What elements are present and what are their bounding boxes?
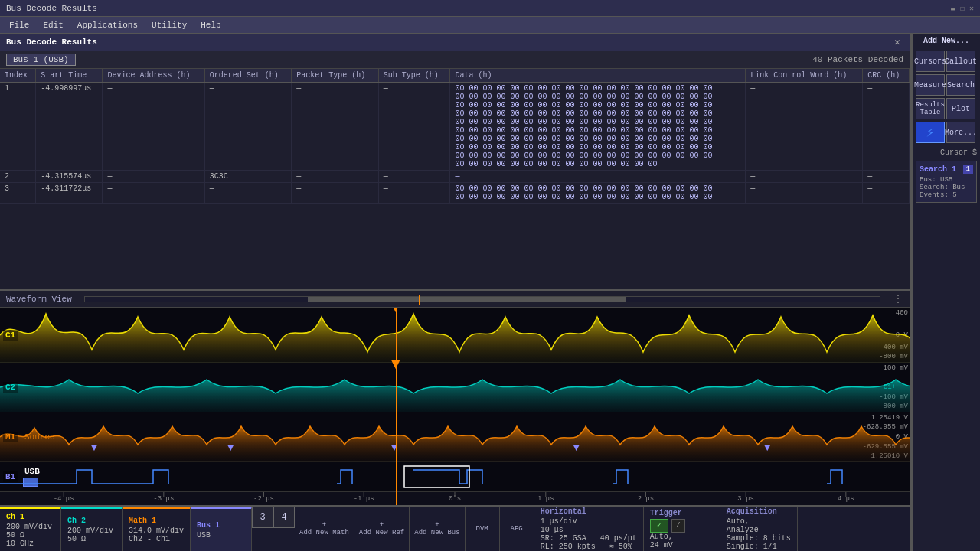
- ch2-impedance: 50 Ω: [67, 535, 116, 543]
- m1-marker2: ▼: [227, 442, 234, 454]
- trigger-section: Trigger ✓ / Auto, 24 mV: [644, 507, 720, 551]
- math1-bottom-label: Math 1: [129, 517, 184, 525]
- menu-file[interactable]: File: [3, 19, 35, 31]
- acq-type: Analyze: [727, 526, 791, 534]
- table-row: 3 -4.311722μs — — — — 00 00 00 00 00 00 …: [0, 183, 910, 204]
- menu-applications[interactable]: Applications: [71, 19, 144, 31]
- expand-icon[interactable]: ⋮: [893, 292, 903, 305]
- bus1-bottom-label: Bus 1: [197, 521, 245, 530]
- cursors-button[interactable]: Cursors: [916, 51, 945, 72]
- app-title: Bus Decode Results: [6, 4, 97, 13]
- channel-c1: C1 400 0 V -400 mV -800 mV: [0, 308, 910, 363]
- bus1-type: USB: [197, 531, 245, 540]
- cell-crc: —: [863, 83, 910, 171]
- table-row: 1 -4.998997μs — — — — 00 00 00 00 00 00 …: [0, 83, 910, 171]
- table-row: 2 -4.315574μs — 3C3C — — — — —: [0, 171, 910, 183]
- decode-table[interactable]: Index Start Time Device Address (h) Orde…: [0, 69, 910, 289]
- m1-marker4: ▼: [573, 442, 579, 454]
- col-data: Data (h): [450, 69, 746, 83]
- col-crc: CRC (h): [863, 69, 910, 83]
- cell-ordered-set: 3C3C: [204, 171, 292, 183]
- math1-block[interactable]: Math 1 314.0 mV/div Ch2 - Ch1: [122, 507, 191, 551]
- cell-device-addr: —: [103, 183, 204, 204]
- add-ref-button[interactable]: + Add New Ref: [354, 507, 410, 551]
- horizontal-section: Horizontal 1 μs/div 10 μs SR: 25 GSA 40 …: [534, 507, 644, 551]
- results-table-button[interactable]: Results Table: [916, 98, 945, 119]
- ch1-bw: 10 GHz: [6, 540, 54, 548]
- ch1-bottom-label: Ch 1: [6, 513, 54, 521]
- ch1-vdiv: 200 mV/div: [6, 523, 54, 531]
- menu-edit[interactable]: Edit: [37, 19, 69, 31]
- ch4-button[interactable]: 4: [273, 507, 295, 528]
- cell-crc: —: [863, 183, 910, 204]
- cell-start-time: -4.311722μs: [36, 183, 103, 204]
- search-events-key: Events: 5: [920, 191, 957, 199]
- col-link-control: Link Control Word (h): [746, 69, 863, 83]
- cursor-mid-marker: [396, 360, 405, 369]
- cell-data: 00 00 00 00 00 00 00 00 00 00 00 00 00 0…: [450, 183, 746, 204]
- afg-button[interactable]: AFG: [500, 507, 534, 551]
- trigger-title: Trigger: [650, 509, 714, 517]
- add-new-label: Add New...: [923, 37, 969, 45]
- decode-header: Bus Decode Results ✕: [0, 34, 910, 51]
- col-ordered-set: Ordered Set (h): [204, 69, 292, 83]
- menu-help[interactable]: Help: [194, 19, 227, 31]
- m1-marker3: ▼: [391, 442, 397, 454]
- horizontal-sr: SR: 25 GSA 40 ps/pt: [541, 534, 637, 543]
- ch1-block[interactable]: Ch 1 200 mV/div 50 Ω 10 GHz: [0, 507, 61, 551]
- menu-bar: File Edit Applications Utility Help: [0, 17, 980, 34]
- waveform-panel: Waveform View ⋮ C1 400: [0, 291, 910, 551]
- bottom-bar: Ch 1 200 mV/div 50 Ω 10 GHz Ch 2 200 mV/…: [0, 505, 910, 551]
- acq-single: Single: 1/1: [727, 543, 791, 551]
- measure-button[interactable]: Measure: [916, 74, 945, 96]
- col-packet-type: Packet Type (h): [292, 69, 379, 83]
- time-ticks: [0, 492, 910, 505]
- cell-start-time: -4.315574μs: [36, 171, 103, 183]
- math1-vdiv: 314.0 mV/div: [129, 527, 184, 535]
- menu-utility[interactable]: Utility: [145, 19, 193, 31]
- cell-packet-type: —: [292, 171, 379, 183]
- right-sidebar: Add New... Cursors Callout Measure Searc…: [911, 34, 980, 551]
- bus-tag[interactable]: Bus 1 (USB): [6, 54, 76, 66]
- add-math-button[interactable]: + Add New Math: [295, 507, 354, 551]
- ch2-bottom-label: Ch 2: [67, 517, 116, 525]
- cell-link-control: —: [746, 183, 863, 204]
- cell-index: 1: [0, 83, 36, 171]
- cell-device-addr: —: [103, 171, 204, 183]
- col-start-time: Start Time: [36, 69, 103, 83]
- decode-title: Bus Decode Results: [6, 37, 97, 47]
- channel-m1: M1 Source 1.25419 V -628.955 mV 0 V -629…: [0, 412, 910, 462]
- decode-panel: Bus Decode Results ✕ Bus 1 (USB) 40 Pack…: [0, 34, 910, 291]
- active-icon[interactable]: ⚡: [916, 122, 945, 143]
- cell-link-control: —: [746, 83, 863, 171]
- bus-select-bar: Bus 1 (USB) 40 Packets Decoded: [0, 51, 910, 69]
- add-bus-button[interactable]: + Add New Bus: [410, 507, 465, 551]
- more-button[interactable]: More...: [946, 122, 975, 143]
- search-button[interactable]: Search: [946, 74, 975, 96]
- waveform-header: Waveform View ⋮: [0, 291, 910, 308]
- plot-button[interactable]: Plot: [946, 98, 975, 119]
- trigger-edit[interactable]: /: [671, 519, 685, 533]
- search-section: Search 1 1 Bus: USB Search: Bus Events: …: [916, 161, 977, 203]
- ch1-impedance: 50 Ω: [6, 531, 54, 540]
- title-bar: Bus Decode Results ▬ ☐ ✕: [0, 0, 980, 17]
- search-bus-key: Bus: USB: [920, 176, 952, 184]
- channel-b1: B1 USB: [0, 462, 910, 491]
- cell-device-addr: —: [103, 83, 204, 171]
- b1-label: B1: [3, 471, 18, 482]
- cell-link-control: —: [746, 171, 863, 183]
- cell-sub-type: —: [378, 183, 450, 204]
- horizontal-rl: RL: 250 kpts ≈ 50%: [541, 543, 637, 551]
- m1-marker5: ▼: [764, 442, 770, 454]
- left-panel: Bus Decode Results ✕ Bus 1 (USB) 40 Pack…: [0, 34, 911, 551]
- ch3-button[interactable]: 3: [252, 507, 273, 528]
- callout-button[interactable]: Callout: [946, 51, 975, 72]
- cursor-dollar-area: Cursor $: [916, 148, 977, 157]
- m1-marker1: ▼: [91, 442, 97, 448]
- ch2-block[interactable]: Ch 2 200 mV/div 50 Ω: [61, 507, 122, 551]
- bus1-block[interactable]: Bus 1 USB: [191, 507, 252, 551]
- close-button[interactable]: ✕: [891, 36, 903, 48]
- acq-mode: Auto,: [727, 517, 791, 526]
- acquisition-title: Acquisition: [727, 507, 791, 516]
- dvm-button[interactable]: DVM: [466, 507, 500, 551]
